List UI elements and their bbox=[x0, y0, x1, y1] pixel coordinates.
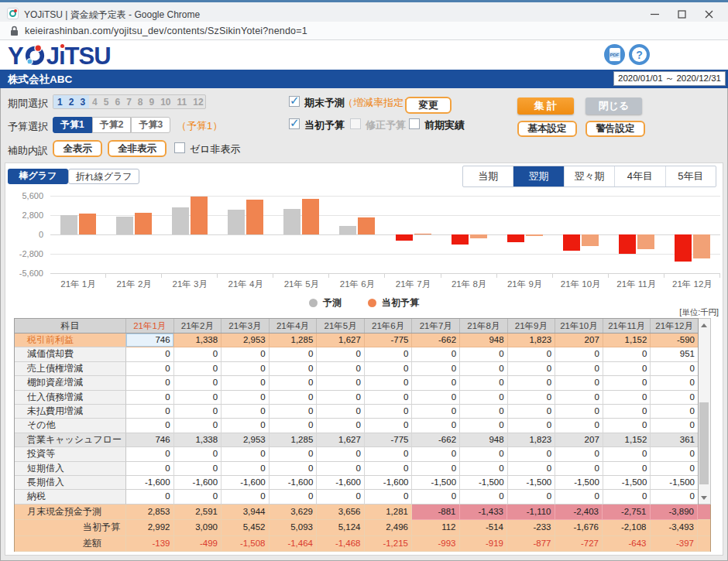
table-cell[interactable]: 0 bbox=[221, 391, 270, 405]
table-cell[interactable]: 0 bbox=[317, 405, 365, 419]
period-month-1[interactable]: 1 bbox=[54, 97, 66, 108]
tab-line-graph[interactable]: 折れ線グラフ bbox=[68, 169, 139, 184]
warning-settings-button[interactable]: 警告設定 bbox=[585, 121, 645, 137]
table-cell[interactable]: 0 bbox=[126, 419, 174, 433]
table-cell[interactable]: 0 bbox=[174, 376, 222, 390]
table-cell[interactable]: 951 bbox=[651, 347, 698, 361]
help-button[interactable]: ? bbox=[629, 44, 650, 65]
table-cell[interactable]: 1,823 bbox=[508, 334, 556, 347]
table-cell[interactable]: 0 bbox=[555, 391, 603, 405]
table-cell[interactable]: 0 bbox=[460, 462, 508, 476]
maximize-button[interactable] bbox=[670, 6, 693, 22]
period-month-6[interactable]: 6 bbox=[112, 97, 123, 108]
table-cell[interactable]: 2,953 bbox=[221, 334, 270, 347]
pdf-export-button[interactable]: PDF bbox=[604, 44, 625, 65]
table-cell[interactable]: 0 bbox=[412, 391, 460, 405]
table-cell[interactable]: 0 bbox=[270, 447, 318, 461]
table-cell[interactable]: 0 bbox=[270, 405, 318, 419]
table-cell[interactable]: 0 bbox=[651, 405, 698, 419]
table-cell[interactable]: 948 bbox=[460, 334, 508, 347]
table-cell[interactable]: 1,285 bbox=[270, 433, 318, 447]
aggregate-button[interactable]: 集 計 bbox=[517, 97, 574, 115]
table-cell[interactable]: 0 bbox=[365, 405, 413, 419]
table-cell[interactable]: 0 bbox=[126, 347, 174, 361]
table-cell[interactable]: 1,285 bbox=[270, 334, 318, 347]
table-cell[interactable]: 1,627 bbox=[317, 433, 365, 447]
table-cell[interactable]: 0 bbox=[126, 362, 174, 376]
table-cell[interactable]: 0 bbox=[174, 462, 222, 476]
table-cell[interactable]: 0 bbox=[412, 447, 460, 461]
scroll-down-arrow[interactable] bbox=[699, 492, 709, 503]
table-cell[interactable]: 0 bbox=[508, 391, 556, 405]
table-cell[interactable]: 207 bbox=[555, 334, 603, 347]
table-cell[interactable]: 0 bbox=[270, 419, 318, 433]
table-cell[interactable]: 1,338 bbox=[174, 334, 222, 347]
table-cell[interactable]: 0 bbox=[651, 376, 698, 390]
zero-hide-checkbox[interactable] bbox=[174, 142, 185, 153]
table-cell[interactable]: 0 bbox=[270, 347, 318, 361]
table-vertical-scrollbar[interactable] bbox=[699, 318, 711, 505]
period-tab-翌期[interactable]: 翌期 bbox=[513, 166, 563, 186]
budget-button-予算1[interactable]: 予算1 bbox=[53, 117, 92, 133]
table-cell[interactable]: 0 bbox=[555, 462, 603, 476]
table-cell[interactable]: -775 bbox=[365, 334, 413, 347]
period-month-7[interactable]: 7 bbox=[123, 97, 135, 108]
table-cell[interactable]: 0 bbox=[174, 490, 222, 504]
table-cell[interactable]: 0 bbox=[270, 376, 318, 390]
table-cell[interactable]: 0 bbox=[365, 376, 413, 390]
table-cell[interactable]: 0 bbox=[174, 347, 222, 361]
period-month-10[interactable]: 10 bbox=[157, 97, 173, 108]
table-cell[interactable]: 948 bbox=[460, 433, 508, 447]
table-cell[interactable]: 1,152 bbox=[603, 334, 651, 347]
table-cell[interactable]: 0 bbox=[221, 447, 270, 461]
close-window-button[interactable] bbox=[697, 6, 720, 22]
table-cell[interactable]: 0 bbox=[317, 462, 365, 476]
table-cell[interactable]: -1,600 bbox=[317, 476, 365, 490]
table-cell[interactable]: -1,600 bbox=[365, 476, 413, 490]
table-cell[interactable]: 0 bbox=[603, 391, 651, 405]
table-cell[interactable]: 0 bbox=[221, 490, 270, 504]
table-cell[interactable]: -1,500 bbox=[508, 476, 556, 490]
table-cell[interactable]: 0 bbox=[651, 391, 698, 405]
table-cell[interactable]: -1,500 bbox=[651, 476, 698, 490]
table-cell[interactable]: 0 bbox=[126, 405, 174, 419]
table-cell[interactable]: -1,500 bbox=[603, 476, 651, 490]
table-cell[interactable]: 0 bbox=[412, 376, 460, 390]
table-cell[interactable]: 0 bbox=[555, 362, 603, 376]
table-cell[interactable]: 0 bbox=[460, 447, 508, 461]
table-cell[interactable]: 0 bbox=[508, 447, 556, 461]
table-cell[interactable]: 0 bbox=[126, 462, 174, 476]
forecast-checkbox[interactable] bbox=[289, 96, 300, 107]
table-cell[interactable]: 207 bbox=[555, 433, 603, 447]
table-cell[interactable]: -1,600 bbox=[126, 476, 174, 490]
period-month-3[interactable]: 3 bbox=[77, 97, 88, 108]
period-tab-4年目[interactable]: 4年目 bbox=[614, 166, 664, 186]
table-cell[interactable]: 0 bbox=[651, 419, 698, 433]
table-cell[interactable]: 0 bbox=[317, 347, 365, 361]
table-cell[interactable]: 0 bbox=[508, 376, 556, 390]
table-cell[interactable]: 0 bbox=[555, 405, 603, 419]
table-cell[interactable]: 0 bbox=[412, 405, 460, 419]
budget-button-予算3[interactable]: 予算3 bbox=[131, 117, 170, 133]
table-cell[interactable]: 0 bbox=[126, 376, 174, 390]
period-tab-5年目[interactable]: 5年目 bbox=[665, 166, 716, 186]
previous-period-checkbox[interactable] bbox=[409, 118, 420, 129]
table-cell[interactable]: 0 bbox=[270, 391, 318, 405]
table-cell[interactable]: 0 bbox=[603, 347, 651, 361]
table-cell[interactable]: 0 bbox=[412, 419, 460, 433]
table-cell[interactable]: 1,338 bbox=[174, 433, 222, 447]
table-cell[interactable]: 0 bbox=[603, 490, 651, 504]
table-cell[interactable]: 0 bbox=[221, 462, 270, 476]
table-cell[interactable]: 0 bbox=[126, 391, 174, 405]
original-budget-checkbox[interactable] bbox=[289, 118, 300, 129]
table-cell[interactable]: 0 bbox=[317, 447, 365, 461]
table-cell[interactable]: 0 bbox=[508, 362, 556, 376]
change-button[interactable]: 変更 bbox=[405, 97, 452, 114]
table-cell[interactable]: 746 bbox=[126, 334, 174, 347]
table-cell[interactable]: 0 bbox=[412, 347, 460, 361]
table-cell[interactable]: 0 bbox=[365, 447, 413, 461]
table-cell[interactable]: 0 bbox=[460, 347, 508, 361]
table-cell[interactable]: 0 bbox=[412, 490, 460, 504]
period-month-11[interactable]: 11 bbox=[174, 97, 191, 108]
scroll-up-arrow[interactable] bbox=[699, 320, 709, 330]
